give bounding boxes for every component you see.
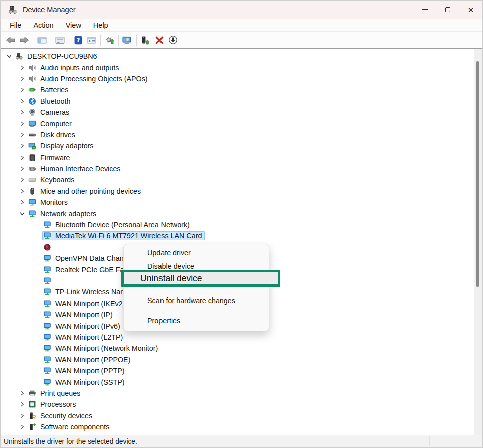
tree-item-label: Cameras [40, 108, 69, 116]
tree-item-wan-miniport-network-monitor[interactable]: WAN Miniport (Network Monitor) [1, 343, 474, 354]
context-menu-item-uninstall-device[interactable]: Uninstall device [124, 273, 202, 284]
search-computers-button[interactable] [121, 33, 134, 47]
tree-item-wan-miniport-pppoe[interactable]: WAN Miniport (PPPOE) [1, 354, 474, 365]
help-button[interactable]: ? [71, 33, 85, 47]
tree-item-display-adaptors[interactable]: Display adaptors [1, 140, 474, 152]
update-driver-button[interactable] [139, 33, 152, 47]
tree-item-label: Network adapters [40, 210, 96, 218]
tree-item-computer[interactable]: Computer [1, 118, 474, 129]
tree-item-label: Computer [40, 120, 72, 128]
scrollbar-thumb[interactable] [476, 61, 479, 287]
toolbar-separator [118, 35, 119, 46]
tree-item-label: Processors [40, 400, 76, 408]
tree-item-network-adapters[interactable]: Network adapters [1, 208, 474, 219]
tree-item-label: Keyboards [40, 176, 74, 184]
chevron-right-icon[interactable] [18, 412, 26, 420]
monitor-icon [28, 198, 36, 206]
chevron-down-icon[interactable] [5, 52, 13, 60]
tree-item-disk-drives[interactable]: Disk drives [1, 129, 474, 140]
menu-view[interactable]: View [60, 20, 87, 30]
show-console-tree-button[interactable] [35, 33, 49, 47]
chevron-right-icon[interactable] [18, 154, 26, 162]
chevron-right-icon[interactable] [18, 86, 26, 94]
network-icon [43, 232, 51, 240]
tree-item-wan-miniport-l2tp[interactable]: WAN Miniport (L2TP) [1, 332, 474, 343]
tree-item-content: Software components [27, 422, 112, 431]
chevron-right-icon[interactable] [18, 165, 26, 173]
chevron-right-icon[interactable] [18, 198, 26, 206]
tree-item-wan-miniport-sstp[interactable]: WAN Miniport (SSTP) [1, 376, 474, 387]
error-icon [43, 243, 51, 251]
maximize-button[interactable] [436, 1, 459, 19]
tree-item-print-queues[interactable]: Print queues [1, 388, 474, 399]
status-text: Uninstalls the driver for the selected d… [1, 438, 137, 445]
context-menu-item-update-driver[interactable]: Update driver [124, 246, 269, 260]
properties-pane-button[interactable] [53, 33, 67, 47]
audio-icon [28, 64, 36, 72]
scan-hardware-changes-button[interactable] [103, 33, 116, 47]
network-icon [43, 356, 51, 364]
chevron-right-icon[interactable] [18, 108, 26, 116]
bluetooth-icon [28, 97, 36, 105]
tree-item-mice-and-other-pointing-devices[interactable]: Mice and other pointing devices [1, 186, 474, 197]
tree-item-content: WAN Miniport (IPv6) [42, 322, 123, 331]
menu-action[interactable]: Action [27, 20, 59, 30]
tree-item-wan-miniport-pptp[interactable]: WAN Miniport (PPTP) [1, 365, 474, 376]
minimize-button[interactable] [413, 1, 436, 19]
context-menu-separator [129, 311, 264, 311]
chevron-right-icon[interactable] [18, 423, 26, 431]
back-button[interactable] [4, 33, 17, 47]
uninstall-device-button[interactable] [152, 33, 166, 47]
tree-item-audio-processing-objects-apos[interactable]: Audio Processing Objects (APOs) [1, 73, 474, 84]
chevron-right-icon[interactable] [18, 97, 26, 105]
close-button[interactable]: ✕ [459, 1, 482, 19]
tree-item-firmware[interactable]: Firmware [1, 152, 474, 163]
context-menu-item-properties[interactable]: Properties [124, 314, 269, 328]
tree-item-desktop-ucu9bn6[interactable]: DESKTOP-UCU9BN6 [1, 51, 474, 62]
tree-item-software-components[interactable]: Software components [1, 421, 474, 432]
tree-item-mediatek-wi-fi-6-mt7921-wireless-lan-card[interactable]: MediaTek Wi-Fi 6 MT7921 Wireless LAN Car… [1, 230, 474, 241]
tree-item-content: WAN Miniport (L2TP) [42, 333, 126, 342]
menu-help[interactable]: Help [87, 20, 114, 30]
tree-item-batteries[interactable]: Batteries [1, 84, 474, 95]
tree-item-human-interface-devices[interactable]: Human Interface Devices [1, 163, 474, 174]
tree-item-bluetooth-device-personal-area-network[interactable]: Bluetooth Device (Personal Area Network) [1, 219, 474, 230]
maximize-icon [445, 7, 450, 12]
toolbar-separator [69, 35, 69, 46]
chevron-right-icon[interactable] [18, 142, 26, 150]
chevron-right-icon[interactable] [18, 187, 26, 195]
tree-item-content: TP-Link Wireless Nano [42, 287, 131, 296]
tree-item-content: Keyboards [27, 175, 77, 184]
context-menu-item-scan-for-hardware-changes[interactable]: Scan for hardware changes [124, 293, 269, 308]
vertical-scrollbar[interactable] [474, 49, 482, 435]
network-icon [43, 378, 51, 386]
tree-item-content: Computer [27, 119, 75, 128]
security-icon [28, 412, 36, 420]
disable-device-button[interactable] [166, 33, 180, 47]
chevron-right-icon[interactable] [18, 389, 26, 397]
tree-item-audio-inputs-and-outputs[interactable]: Audio inputs and outputs [1, 62, 474, 73]
tree-item-monitors[interactable]: Monitors [1, 197, 474, 208]
tree-item-processors[interactable]: Processors [1, 399, 474, 410]
tree-item-content: WAN Miniport (SSTP) [42, 378, 127, 387]
chevron-right-icon[interactable] [18, 75, 26, 83]
forward-button[interactable] [17, 33, 31, 47]
chevron-down-icon[interactable] [18, 210, 26, 218]
tree-item-cameras[interactable]: Cameras [1, 107, 474, 118]
tree-item-label: Monitors [40, 198, 68, 206]
action-pane-button[interactable] [85, 33, 98, 47]
tree-item-content: OpenVPN Data Chann [42, 254, 131, 263]
chevron-right-icon[interactable] [18, 120, 26, 128]
tree-item-label: MediaTek Wi-Fi 6 MT7921 Wireless LAN Car… [55, 232, 202, 240]
tree-item-bluetooth[interactable]: Bluetooth [1, 96, 474, 107]
tree-item-security-devices[interactable]: Security devices [1, 410, 474, 421]
tree-item-label: Human Interface Devices [40, 165, 121, 173]
menu-file[interactable]: File [4, 20, 27, 30]
tree-item-keyboards[interactable]: Keyboards [1, 174, 474, 185]
tree-item-content: Batteries [27, 85, 71, 94]
chevron-right-icon[interactable] [18, 400, 26, 408]
tree-item-content [42, 243, 58, 252]
chevron-right-icon[interactable] [18, 176, 26, 184]
chevron-right-icon[interactable] [18, 64, 26, 72]
chevron-right-icon[interactable] [18, 131, 26, 139]
